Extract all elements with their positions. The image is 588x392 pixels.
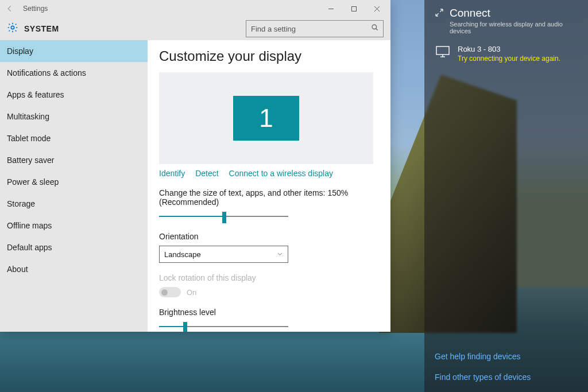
expand-icon[interactable]	[435, 8, 444, 17]
page-title: Customize your display	[159, 48, 373, 64]
identify-link[interactable]: Identify	[159, 169, 185, 178]
connect-title: Connect	[450, 7, 578, 20]
connect-panel: Connect Searching for wireless display a…	[424, 0, 588, 392]
content: Customize your display 1 Identify Detect…	[148, 40, 390, 332]
sidebar-item-power[interactable]: Power & sleep	[0, 171, 148, 193]
search-input[interactable]	[246, 25, 367, 33]
device-row[interactable]: Roku 3 - 803 Try connecting your device …	[435, 45, 578, 63]
minimize-button[interactable]	[319, 0, 342, 17]
toggle-track	[159, 287, 181, 297]
maximize-button[interactable]	[342, 0, 365, 17]
device-hint: Try connecting your device again.	[458, 55, 560, 63]
search-icon[interactable]	[367, 24, 383, 34]
sidebar-item-default-apps[interactable]: Default apps	[0, 236, 148, 258]
lock-rotation-toggle: On	[159, 287, 373, 297]
sidebar-item-notifications[interactable]: Notifications & actions	[0, 62, 148, 84]
sidebar-item-multitasking[interactable]: Multitasking	[0, 106, 148, 127]
sidebar-item-label: Multitasking	[7, 112, 49, 121]
brightness-label: Brightness level	[159, 308, 373, 317]
orientation-value: Landscape	[164, 250, 201, 259]
sidebar-item-label: Offline maps	[7, 221, 52, 230]
search-box[interactable]	[246, 20, 384, 37]
svg-rect-7	[436, 46, 449, 55]
slider-thumb[interactable]	[183, 322, 187, 332]
gear-icon	[7, 22, 18, 36]
system-label: SYSTEM	[24, 24, 59, 33]
svg-line-6	[376, 29, 378, 30]
sidebar-item-label: Apps & features	[7, 90, 64, 99]
orientation-dropdown[interactable]: Landscape	[159, 246, 288, 263]
close-button[interactable]	[365, 0, 388, 17]
sidebar-item-about[interactable]: About	[0, 258, 148, 280]
help-link[interactable]: Get help finding devices	[435, 352, 578, 361]
sidebar-item-label: Storage	[7, 199, 35, 208]
titlebar: Settings	[0, 0, 390, 17]
svg-point-5	[372, 25, 377, 29]
sidebar-item-label: Default apps	[7, 243, 52, 252]
size-label: Change the size of text, apps, and other…	[159, 188, 373, 207]
back-arrow-icon[interactable]	[5, 3, 15, 14]
device-name: Roku 3 - 803	[458, 45, 560, 53]
slider-thumb[interactable]	[222, 212, 226, 223]
lock-rotation-label: Lock rotation of this display	[159, 273, 373, 282]
sidebar-item-label: Power & sleep	[7, 177, 59, 187]
monitor-icon	[435, 45, 451, 63]
settings-window: Settings	[0, 0, 390, 332]
sidebar-item-offline-maps[interactable]: Offline maps	[0, 215, 148, 236]
sidebar-item-label: About	[7, 265, 28, 274]
size-slider[interactable]	[159, 211, 288, 222]
window-title: Settings	[23, 5, 48, 13]
wireless-display-link[interactable]: Connect to a wireless display	[229, 169, 333, 178]
sidebar: Display Notifications & actions Apps & f…	[0, 40, 148, 332]
sidebar-item-display[interactable]: Display	[0, 40, 148, 62]
sidebar-item-label: Display	[7, 46, 33, 56]
detect-link[interactable]: Detect	[195, 169, 218, 178]
sidebar-item-label: Tablet mode	[7, 134, 51, 143]
sidebar-item-storage[interactable]: Storage	[0, 193, 148, 215]
chevron-down-icon	[277, 250, 283, 259]
orientation-label: Orientation	[159, 232, 373, 241]
display-preview: 1	[159, 72, 373, 164]
header: SYSTEM	[0, 17, 390, 40]
svg-point-4	[11, 26, 14, 29]
monitor-number: 1	[259, 104, 273, 133]
sidebar-item-label: Battery saver	[7, 156, 54, 165]
monitor-tile[interactable]: 1	[233, 96, 299, 141]
toggle-state-label: On	[187, 288, 196, 297]
other-devices-link[interactable]: Find other types of devices	[435, 372, 578, 382]
sidebar-item-tablet[interactable]: Tablet mode	[0, 127, 148, 149]
connect-subtitle: Searching for wireless display and audio…	[450, 21, 578, 34]
brightness-slider[interactable]	[159, 321, 288, 332]
svg-rect-1	[351, 6, 356, 11]
sidebar-item-label: Notifications & actions	[7, 68, 86, 77]
sidebar-item-battery[interactable]: Battery saver	[0, 149, 148, 171]
sidebar-item-apps[interactable]: Apps & features	[0, 84, 148, 106]
